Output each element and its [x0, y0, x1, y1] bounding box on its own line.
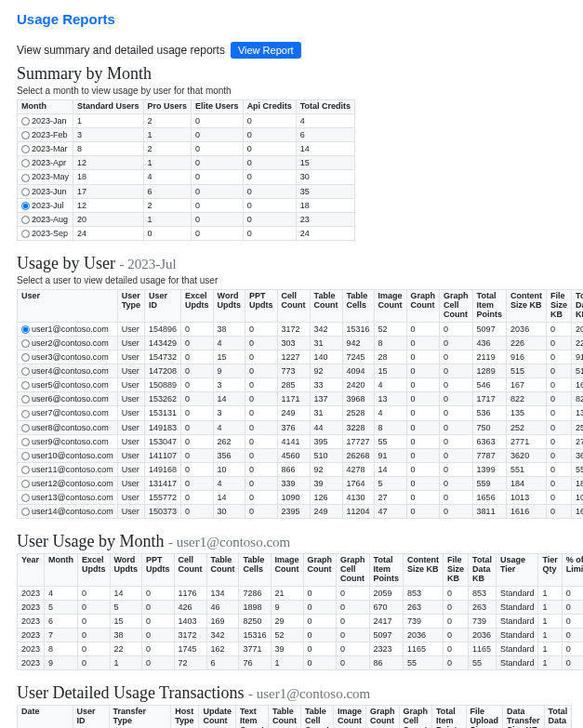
table-cell: 0	[562, 656, 583, 670]
table-row[interactable]: user4@contoso.comUser1472080907739240941…	[18, 364, 584, 378]
table-cell: Standard	[496, 642, 538, 656]
row-select-radio[interactable]	[21, 494, 30, 502]
table-cell: 303	[277, 336, 310, 350]
table-cell: 1898	[239, 601, 271, 615]
table-cell: 76	[239, 656, 271, 670]
table-cell: 2395	[277, 505, 310, 519]
row-select-radio[interactable]	[21, 325, 30, 334]
table-cell: 33	[310, 378, 342, 392]
row-select-radio[interactable]	[21, 117, 30, 126]
table-row[interactable]: user3@contoso.comUser1547320150122714072…	[18, 350, 584, 364]
table-cell: 9	[213, 364, 245, 378]
table-row[interactable]: user2@contoso.comUser1434290403033194280…	[18, 336, 584, 350]
row-select-radio[interactable]	[21, 145, 30, 153]
table-cell: 8	[73, 142, 144, 156]
table-cell: 15	[296, 156, 354, 170]
table-cell: 0	[181, 336, 214, 350]
table-cell: 0	[562, 587, 583, 601]
table-row[interactable]: 2023-Feb31006	[18, 128, 355, 142]
table-row[interactable]: user14@contoso.comUser150373030023952491…	[18, 505, 584, 519]
table-cell: 0	[406, 505, 440, 519]
table-row[interactable]: 2023-Aug2010023	[18, 212, 355, 226]
row-select-radio[interactable]	[21, 159, 30, 167]
table-cell: 2771	[507, 434, 547, 448]
row-select-radio[interactable]	[21, 174, 30, 182]
table-cell: 0	[547, 364, 572, 378]
table-cell: 3172	[174, 629, 206, 642]
table-cell: 1090	[277, 491, 310, 505]
table-row[interactable]: user13@contoso.comUser155772014010901264…	[18, 491, 584, 505]
table-row[interactable]: user7@contoso.comUser1531310302493125284…	[18, 406, 584, 420]
table-cell: 0	[547, 406, 572, 420]
row-select-radio[interactable]	[21, 410, 30, 418]
view-report-button[interactable]: View Report	[231, 42, 301, 59]
table-cell: 2036	[404, 629, 444, 642]
table-cell: 0	[192, 142, 244, 156]
table-cell: 15316	[342, 322, 374, 336]
table-row[interactable]: user8@contoso.comUser1491830403764432288…	[18, 420, 584, 434]
row-select-radio[interactable]	[21, 131, 30, 139]
row-select-radio[interactable]	[21, 367, 30, 376]
table-cell: user2@contoso.com	[18, 336, 118, 350]
table-cell: 0	[337, 615, 370, 629]
table-cell: 249	[277, 406, 310, 420]
table-cell: 0	[181, 322, 214, 336]
table-cell: 47	[374, 505, 406, 519]
row-select-radio[interactable]	[21, 452, 30, 460]
row-select-radio[interactable]	[21, 202, 30, 210]
table-row[interactable]: user1@contoso.comUser1548960380317234215…	[18, 322, 584, 336]
table-cell: 22	[110, 642, 141, 656]
row-select-radio[interactable]	[21, 339, 30, 348]
table-row[interactable]: user9@contoso.comUser1530470262041413951…	[18, 434, 584, 448]
table-cell: 0	[78, 615, 111, 629]
table-row[interactable]: 2023-Jan12004	[18, 113, 355, 127]
row-select-radio[interactable]	[21, 424, 30, 432]
table-cell: 29	[271, 615, 303, 629]
table-cell: 0	[243, 198, 296, 212]
table-cell: 0	[245, 448, 278, 462]
row-select-radio[interactable]	[21, 216, 30, 224]
table-cell: 546	[472, 378, 507, 392]
table-cell: 4	[374, 378, 406, 392]
row-select-radio[interactable]	[21, 395, 30, 404]
row-select-radio[interactable]	[21, 480, 30, 488]
table-row[interactable]: 2023-Apr1210015	[18, 156, 355, 170]
table-cell: User	[117, 378, 144, 392]
table-row[interactable]: 2023-Mar820014	[18, 142, 355, 156]
table-cell: 0	[547, 477, 572, 491]
table-row[interactable]: user11@contoso.comUser149168010086692427…	[18, 462, 584, 476]
table-cell: 20	[73, 212, 144, 226]
table-cell: 167	[507, 378, 547, 392]
summary-hint: Select a month to view usage by user for…	[17, 86, 566, 96]
table-cell: 126	[310, 491, 342, 505]
row-select-radio[interactable]	[21, 353, 30, 362]
table-cell: 2528	[342, 406, 374, 420]
table-row[interactable]: user12@contoso.comUser131417040339391764…	[18, 477, 584, 491]
table-cell: 0	[547, 505, 572, 519]
column-header: Word Updts	[213, 290, 245, 323]
table-cell: 0	[440, 448, 473, 462]
table-cell: user11@contoso.com	[18, 462, 118, 476]
table-row[interactable]: 2023-Jun1760035	[18, 184, 355, 198]
table-cell: 0	[245, 505, 278, 519]
row-select-radio[interactable]	[21, 438, 30, 446]
row-select-radio[interactable]	[21, 466, 30, 474]
column-header: User ID	[145, 290, 181, 323]
table-cell: 1	[538, 615, 562, 629]
table-cell: 0	[547, 462, 572, 476]
row-select-radio[interactable]	[21, 230, 30, 238]
table-cell: 0	[440, 434, 473, 448]
row-select-radio[interactable]	[21, 188, 30, 196]
table-row[interactable]: 2023-May1840030	[18, 170, 355, 184]
table-cell: 2023-May	[18, 170, 73, 184]
table-cell: user13@contoso.com	[18, 491, 118, 505]
table-cell: 2023-Mar	[18, 142, 73, 156]
table-row[interactable]: user5@contoso.comUser1508890302853324204…	[18, 378, 584, 392]
table-row[interactable]: user6@contoso.comUser1532620140117113739…	[18, 392, 584, 406]
row-select-radio[interactable]	[21, 508, 30, 516]
table-row[interactable]: user10@contoso.comUser141107035604560510…	[18, 448, 584, 462]
table-row[interactable]: 2023-Sep2400024	[18, 226, 355, 240]
table-cell: 1403	[174, 615, 206, 629]
table-row[interactable]: 2023-Jul1220018	[18, 198, 355, 212]
row-select-radio[interactable]	[21, 381, 30, 390]
